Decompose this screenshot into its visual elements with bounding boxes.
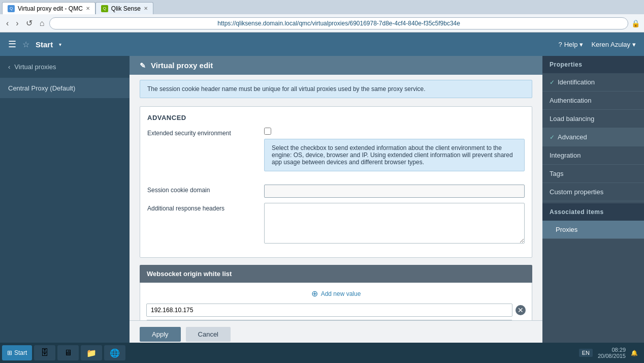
- refresh-button[interactable]: ↺: [24, 17, 35, 29]
- rp-integration-label: Integration: [550, 152, 581, 159]
- sidebar-item-label: Central Proxy (Default): [8, 84, 75, 92]
- websocket-section: Websocket origin white list ⊕ Add new va…: [140, 265, 532, 320]
- time-display: 08:29: [598, 347, 626, 353]
- tab-label-vp: Virtual proxy edit - QMC: [18, 5, 83, 12]
- properties-section-title: Properties: [542, 56, 644, 73]
- url-input[interactable]: [49, 17, 628, 29]
- tab-close-vp[interactable]: ✕: [86, 6, 90, 11]
- address-bar: ‹ › ↺ ⌂ 🔒: [0, 14, 644, 33]
- websocket-header: Websocket origin white list: [140, 265, 532, 283]
- start-button[interactable]: ⊞ Start: [2, 345, 32, 360]
- clock: 08:29 20/08/2015: [598, 347, 626, 359]
- rp-custom-properties-label: Custom properties: [550, 188, 603, 196]
- apply-button[interactable]: Apply: [140, 327, 181, 342]
- edit-icon: ✎: [140, 62, 146, 70]
- websocket-body: ⊕ Add new value ✕ ✕: [140, 283, 532, 320]
- ws-entry-0: ✕: [146, 304, 526, 317]
- websocket-title: Websocket origin white list: [147, 270, 232, 278]
- extended-security-control: Select the checkbox to send extended inf…: [264, 128, 525, 179]
- app-header: ☰ ☆ Start ▾ ? Help ▾ Keren Azulay ▾: [0, 33, 644, 56]
- help-chevron: ▾: [579, 41, 583, 48]
- extended-security-checkbox[interactable]: [264, 128, 271, 135]
- rp-tags-label: Tags: [550, 170, 563, 177]
- session-cookie-control: [264, 185, 525, 198]
- add-value-button[interactable]: ⊕ Add new value: [311, 289, 361, 298]
- extended-security-info: Select the checkbox to send extended inf…: [264, 139, 525, 171]
- sidebar-item-central-proxy[interactable]: Central Proxy (Default): [0, 78, 130, 98]
- rp-identification[interactable]: ✓ Identification: [542, 73, 644, 92]
- right-panel: Properties ✓ Identification Authenticati…: [542, 56, 644, 348]
- user-label: Keren Azulay: [591, 41, 630, 48]
- lock-icon: 🔒: [631, 19, 640, 27]
- check-icon-identification: ✓: [550, 79, 555, 86]
- help-icon: ?: [558, 41, 562, 48]
- rp-proxies-label: Proxies: [556, 226, 577, 233]
- app-header-left: ☰ ☆ Start ▾: [8, 39, 61, 50]
- session-cookie-input[interactable]: [264, 185, 525, 198]
- ws-remove-0[interactable]: ✕: [516, 305, 526, 315]
- browser-tab-bar: Q Virtual proxy edit - QMC ✕ Q Qlik Sens…: [0, 0, 644, 14]
- star-icon[interactable]: ☆: [22, 40, 29, 49]
- rp-identification-label: Identification: [558, 78, 595, 86]
- rp-authentication[interactable]: Authentication: [542, 92, 644, 110]
- rp-authentication-label: Authentication: [550, 97, 591, 104]
- start-chevron: ▾: [59, 42, 61, 47]
- sidebar-back-button[interactable]: ‹ Virtual proxies: [0, 56, 130, 78]
- additional-headers-control: [264, 203, 525, 245]
- tab-favicon-qs: Q: [101, 5, 108, 12]
- back-button[interactable]: ‹: [4, 18, 11, 29]
- content-header: ✎ Virtual proxy edit: [130, 56, 542, 75]
- tab-qlik-sense[interactable]: Q Qlik Sense ✕: [95, 2, 153, 14]
- check-icon-advanced: ✓: [550, 134, 555, 141]
- content-area: ✎ Virtual proxy edit The session cookie …: [130, 56, 542, 348]
- date-display: 20/08/2015: [598, 353, 626, 359]
- ws-input-0[interactable]: [146, 304, 512, 317]
- additional-headers-row: Additional response headers: [147, 203, 525, 245]
- sidebar: ‹ Virtual proxies Central Proxy (Default…: [0, 56, 130, 348]
- help-button[interactable]: ? Help ▾: [558, 41, 583, 48]
- additional-headers-textarea[interactable]: [264, 203, 525, 244]
- extended-security-row: Extended security environment Select the…: [147, 128, 525, 179]
- forward-button[interactable]: ›: [14, 18, 20, 29]
- sidebar-back-label: Virtual proxies: [14, 63, 56, 71]
- advanced-section: ADVANCED Extended security environment S…: [140, 106, 532, 258]
- home-button[interactable]: ⌂: [38, 18, 47, 29]
- taskbar-app-3[interactable]: 🌐: [104, 345, 125, 360]
- start-label: Start: [14, 349, 27, 356]
- hamburger-icon[interactable]: ☰: [8, 39, 16, 50]
- taskbar: ⊞ Start 🗄 🖥 📁 🌐 EN 08:29 20/08/2015 🔔: [0, 343, 644, 363]
- info-box: The session cookie header name must be u…: [140, 80, 532, 98]
- rp-advanced[interactable]: ✓ Advanced: [542, 128, 644, 146]
- app-header-right: ? Help ▾ Keren Azulay ▾: [558, 41, 636, 48]
- tab-virtual-proxy[interactable]: Q Virtual proxy edit - QMC ✕: [2, 2, 95, 14]
- help-label: Help: [564, 41, 578, 48]
- additional-headers-label: Additional response headers: [147, 203, 259, 212]
- add-value-label: Add new value: [321, 290, 361, 297]
- advanced-section-title: ADVANCED: [147, 114, 525, 122]
- content-body: The session cookie header name must be u…: [130, 75, 542, 320]
- rp-integration[interactable]: Integration: [542, 146, 644, 165]
- taskbar-app-0[interactable]: 🗄: [34, 345, 55, 360]
- notification-icon: 🔔: [631, 350, 638, 356]
- associated-section-title: Associated items: [542, 203, 644, 221]
- user-chevron: ▾: [632, 41, 636, 48]
- tab-label-qs: Qlik Sense: [111, 5, 141, 12]
- taskbar-app-2[interactable]: 📁: [81, 345, 102, 360]
- rp-proxies[interactable]: Proxies: [542, 221, 644, 239]
- app-title: Start: [36, 40, 53, 49]
- tab-close-qs[interactable]: ✕: [144, 6, 148, 11]
- rp-load-balancing[interactable]: Load balancing: [542, 110, 644, 128]
- extended-security-label: Extended security environment: [147, 128, 259, 137]
- main-area: ‹ Virtual proxies Central Proxy (Default…: [0, 56, 644, 348]
- rp-custom-properties[interactable]: Custom properties: [542, 183, 644, 201]
- cancel-button[interactable]: Cancel: [186, 327, 231, 342]
- start-icon: ⊞: [7, 349, 12, 356]
- page-title: Virtual proxy edit: [151, 61, 213, 70]
- lang-badge: EN: [579, 349, 593, 357]
- session-cookie-label: Session cookie domain: [147, 185, 259, 194]
- tab-favicon-vp: Q: [8, 5, 15, 12]
- taskbar-right: EN 08:29 20/08/2015 🔔: [579, 347, 642, 359]
- rp-tags[interactable]: Tags: [542, 165, 644, 183]
- user-button[interactable]: Keren Azulay ▾: [591, 41, 636, 48]
- taskbar-app-1[interactable]: 🖥: [57, 345, 79, 360]
